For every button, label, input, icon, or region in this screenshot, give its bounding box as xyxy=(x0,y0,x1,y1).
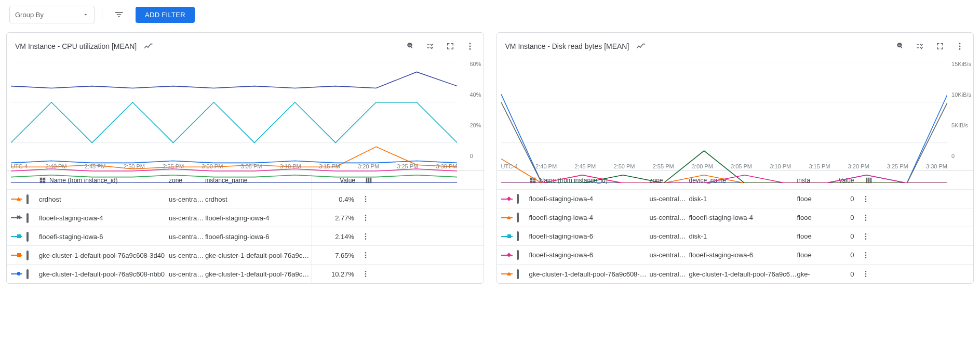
row-name: flooefi-staging-iowa-4 xyxy=(529,214,650,221)
fullscreen-button[interactable] xyxy=(932,38,948,55)
row-name: flooefi-staging-iowa-4 xyxy=(39,214,169,222)
row-checkbox[interactable] xyxy=(517,194,519,204)
line-chart-icon xyxy=(143,42,153,51)
row-checkbox[interactable] xyxy=(26,213,29,223)
row-zone: us-centra… xyxy=(169,270,205,278)
metrics-explorer-icon-button[interactable] xyxy=(634,40,647,52)
row-value: 7.65% xyxy=(312,246,358,265)
row-value: 0.4% xyxy=(312,190,358,208)
row-menu-button[interactable] xyxy=(858,214,873,222)
row-menu-button[interactable] xyxy=(358,270,373,278)
row-menu-button[interactable] xyxy=(858,251,873,259)
table-row[interactable]: flooefi-staging-iowa-6us-central1…disk-1… xyxy=(497,227,974,246)
table-row[interactable]: gke-cluster-1-default-pool-76a9c608-nbb0… xyxy=(7,265,484,283)
legend-toggle-button[interactable] xyxy=(912,38,929,55)
add-filter-button[interactable]: Add Filter xyxy=(136,7,195,23)
row-value: 0 xyxy=(824,251,858,259)
row-checkbox[interactable] xyxy=(26,194,29,204)
row-device: disk-1 xyxy=(689,195,797,203)
row-name: crdhost xyxy=(39,195,169,203)
row-name: flooefi-staging-iowa-6 xyxy=(529,232,650,240)
group-by-label: Group By xyxy=(15,11,44,19)
cpu-panel-title: VM Instance - CPU utilization [MEAN] xyxy=(15,42,137,50)
cpu-panel: VM Instance - CPU utilization [MEAN] 60%… xyxy=(6,32,484,284)
row-zone: us-centra… xyxy=(169,252,205,259)
legend-swatch xyxy=(11,214,22,221)
svg-rect-10 xyxy=(17,253,21,257)
row-instance: flooefi-staging-iowa-4 xyxy=(205,214,312,222)
legend-swatch xyxy=(11,195,22,203)
disk-panel-title: VM Instance - Disk read bytes [MEAN] xyxy=(505,42,629,50)
more-vert-icon xyxy=(465,42,475,51)
row-checkbox[interactable] xyxy=(517,269,519,279)
reset-zoom-button[interactable] xyxy=(402,38,419,55)
panel-menu-button[interactable] xyxy=(951,38,968,55)
fullscreen-icon xyxy=(446,42,455,51)
row-zone: us-central1… xyxy=(650,232,689,240)
disk-panel: VM Instance - Disk read bytes [MEAN] 15K… xyxy=(496,32,974,284)
row-value: 10.27% xyxy=(312,265,358,283)
row-value: 2.77% xyxy=(312,208,358,227)
table-row[interactable]: flooefi-staging-iowa-6us-centra…flooefi-… xyxy=(7,227,484,246)
row-checkbox[interactable] xyxy=(517,250,519,260)
legend-swatch xyxy=(501,233,513,240)
metrics-explorer-icon-button[interactable] xyxy=(142,40,154,52)
filter-list-icon xyxy=(114,9,124,20)
legend-swatch xyxy=(11,270,22,278)
row-zone: us-central1… xyxy=(650,251,689,259)
group-by-dropdown[interactable]: Group By xyxy=(9,6,95,23)
more-vert-icon xyxy=(955,42,964,51)
legend-swatch xyxy=(501,214,513,221)
row-checkbox[interactable] xyxy=(26,232,29,242)
table-row[interactable]: flooefi-staging-iowa-4us-central1…disk-1… xyxy=(497,190,974,208)
row-inst: flooe xyxy=(797,195,824,203)
fullscreen-icon xyxy=(935,42,945,51)
table-row[interactable]: flooefi-staging-iowa-6us-central1…flooef… xyxy=(497,246,974,265)
row-inst: flooe xyxy=(797,251,824,259)
row-menu-button[interactable] xyxy=(358,195,373,203)
disk-chart[interactable]: 15KiB/s10KiB/s5KiB/s0 UTC-42:40 PM2:45 P… xyxy=(497,59,974,170)
row-zone: us-central1… xyxy=(650,270,689,278)
row-name: gke-cluster-1-default-pool-76a9c608-nbb0 xyxy=(39,270,169,278)
zoom-out-icon xyxy=(896,42,905,51)
table-row[interactable]: crdhostus-centra…crdhost0.4% xyxy=(7,190,484,208)
fullscreen-button[interactable] xyxy=(442,38,459,55)
row-instance: crdhost xyxy=(205,195,312,203)
reset-zoom-button[interactable] xyxy=(892,38,909,55)
svg-rect-21 xyxy=(507,234,511,238)
row-menu-button[interactable] xyxy=(358,251,373,259)
row-name: gke-cluster-1-default-pool-76a9c608-3d40 xyxy=(39,252,169,259)
row-device: gke-cluster-1-default-pool-76a9c608-3d40 xyxy=(689,270,797,278)
row-checkbox[interactable] xyxy=(26,269,29,279)
table-row[interactable]: flooefi-staging-iowa-4us-centra…flooefi-… xyxy=(7,208,484,227)
legend-swatch xyxy=(501,252,513,259)
cpu-chart[interactable]: 60%40%20%0 UTC-42:40 PM2:45 PM2:50 PM2:5… xyxy=(7,59,484,170)
row-instance: gke-cluster-1-default-pool-76a9c608-3d40 xyxy=(205,252,312,259)
table-row[interactable]: gke-cluster-1-default-pool-76a9c608-3d40… xyxy=(7,246,484,265)
row-instance: flooefi-staging-iowa-6 xyxy=(205,233,312,241)
legend-toggle-button[interactable] xyxy=(422,38,439,55)
row-menu-button[interactable] xyxy=(358,232,373,241)
panel-menu-button[interactable] xyxy=(462,38,478,55)
row-name: flooefi-staging-iowa-6 xyxy=(529,251,650,259)
row-device: disk-1 xyxy=(689,232,797,240)
row-checkbox[interactable] xyxy=(26,251,29,260)
legend-swatch xyxy=(501,195,513,203)
filter-icon-button[interactable] xyxy=(110,5,128,24)
row-value: 0 xyxy=(824,232,858,240)
row-menu-button[interactable] xyxy=(358,214,373,222)
row-checkbox[interactable] xyxy=(517,231,519,241)
row-inst: gke- xyxy=(797,270,824,278)
legend-icon xyxy=(426,42,435,51)
row-value: 0 xyxy=(824,214,858,221)
toolbar-divider xyxy=(102,9,102,20)
table-row[interactable]: flooefi-staging-iowa-4us-central1…flooef… xyxy=(497,208,974,227)
row-checkbox[interactable] xyxy=(517,213,519,222)
row-value: 0 xyxy=(824,195,858,203)
table-row[interactable]: gke-cluster-1-default-pool-76a9c608-3d40… xyxy=(497,265,974,283)
row-menu-button[interactable] xyxy=(858,232,873,241)
cpu-x-axis: UTC-42:40 PM2:45 PM2:50 PM2:55 PM3:00 PM… xyxy=(11,163,458,169)
row-menu-button[interactable] xyxy=(858,270,873,278)
row-menu-button[interactable] xyxy=(858,195,873,203)
chevron-down-icon xyxy=(83,11,89,18)
